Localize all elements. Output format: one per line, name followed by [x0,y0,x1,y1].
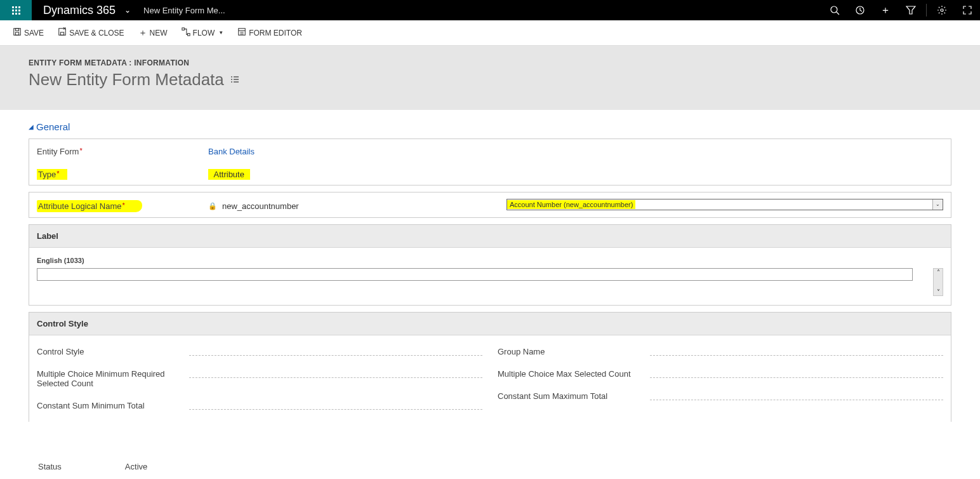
svg-rect-7 [15,32,18,35]
record-title-text: New Entity Form Metadata [29,70,224,90]
mc-max-input[interactable] [650,369,943,378]
type-value[interactable]: Attribute [208,166,943,180]
chevron-down-icon[interactable]: ⌄ [932,199,943,210]
group-name-input[interactable] [650,347,943,356]
new-label: NEW [150,29,168,37]
cs-max-label: Constant Sum Maximum Total [498,391,650,401]
english-label: English (1033) [37,257,943,264]
waffle-icon [12,6,20,15]
scroll-up-icon[interactable]: ˄ [937,269,940,276]
group-name-label: Group Name [498,347,650,356]
scroll-arrows[interactable]: ˄ ˅ [933,268,943,296]
attr-logical-name-label: Attribute Logical Name* [37,198,208,212]
flow-icon [182,27,190,38]
general-panel: Entity Form* Bank Details Type* Attribut… [29,138,951,186]
control-style-section-header: Control Style [29,313,951,335]
attribute-picker-select[interactable]: Account Number (new_accountnumber) ⌄ [507,199,943,210]
form-editor-button[interactable]: FORM EDITOR [237,27,302,38]
collapse-icon: ◢ [29,123,34,130]
flow-label: FLOW [193,29,215,37]
svg-rect-12 [182,28,184,30]
svg-point-0 [831,6,837,13]
save-close-label: SAVE & CLOSE [69,29,124,37]
svg-marker-3 [906,6,915,14]
save-close-button[interactable]: SAVE & CLOSE [58,27,124,38]
form-header: ENTITY FORM METADATA : INFORMATION New E… [0,46,980,110]
global-nav-bar: Dynamics 365 ⌄ New Entity Form Me... ＋ [0,0,980,20]
section-general-title[interactable]: ◢ General [29,121,951,132]
command-bar: SAVE SAVE & CLOSE ＋ NEW FLOW ▼ FORM EDIT… [0,20,980,46]
entity-form-link[interactable]: Bank Details [208,147,255,156]
svg-rect-6 [15,29,18,31]
control-style-input[interactable] [189,347,482,356]
save-icon [13,27,22,38]
app-launcher-button[interactable] [0,0,32,20]
recent-icon[interactable] [847,0,873,20]
label-section-header: Label [29,225,951,248]
form-editor-label: FORM EDITOR [249,29,302,37]
english-label-input[interactable] [37,268,913,281]
cs-min-label: Constant Sum Minimum Total [37,401,189,410]
nav-chevron-icon[interactable]: ⌄ [124,6,131,15]
entity-info-line: ENTITY FORM METADATA : INFORMATION [29,58,951,67]
new-button[interactable]: ＋ NEW [138,27,168,39]
section-general-label: General [36,121,70,132]
attr-logical-name-value: 🔒 new_accountnumber [208,199,507,211]
attribute-picker-value: Account Number (new_accountnumber) [507,200,635,209]
status-label: Status [38,462,62,471]
form-editor-icon [237,27,246,38]
entity-form-label: Entity Form* [37,144,208,156]
cs-max-input[interactable] [650,391,943,400]
settings-gear-icon[interactable] [929,0,955,20]
mc-max-label: Multiple Choice Max Selected Count [498,369,650,379]
attribute-panel: Attribute Logical Name* 🔒 new_accountnum… [29,192,951,218]
svg-rect-9 [61,32,64,35]
mc-min-input[interactable] [189,369,482,378]
form-body: ◢ General Entity Form* Bank Details Type… [0,110,980,440]
type-label: Type* [37,166,208,180]
control-style-panel: Control Style Control Style Multiple Cho… [29,312,951,422]
save-label: SAVE [24,29,44,37]
chevron-down-icon: ▼ [218,30,223,36]
save-button[interactable]: SAVE [13,27,44,38]
svg-point-4 [941,9,943,11]
cs-min-input[interactable] [189,401,482,410]
svg-line-1 [837,12,839,15]
breadcrumb[interactable]: New Entity Form Me... [143,6,225,15]
search-icon[interactable] [822,0,847,20]
app-title: Dynamics 365 [43,4,116,17]
svg-rect-5 [14,29,21,36]
plus-icon: ＋ [138,27,147,39]
status-bar: Status Active [0,454,980,479]
status-value: Active [125,462,147,471]
new-icon[interactable]: ＋ [873,0,898,20]
control-style-label: Control Style [37,347,189,356]
record-menu-icon[interactable] [230,75,239,85]
flow-button[interactable]: FLOW ▼ [182,27,224,38]
filter-icon[interactable] [898,0,924,20]
record-title: New Entity Form Metadata [29,70,951,90]
label-panel: Label English (1033) ˄ ˅ [29,224,951,306]
svg-rect-13 [187,34,190,36]
svg-rect-8 [59,29,66,36]
mc-min-label: Multiple Choice Minimum Required Selecte… [37,369,189,388]
save-close-icon [58,27,67,38]
lock-icon: 🔒 [208,202,217,210]
fullscreen-icon[interactable] [955,0,980,20]
scroll-down-icon[interactable]: ˅ [937,288,940,295]
